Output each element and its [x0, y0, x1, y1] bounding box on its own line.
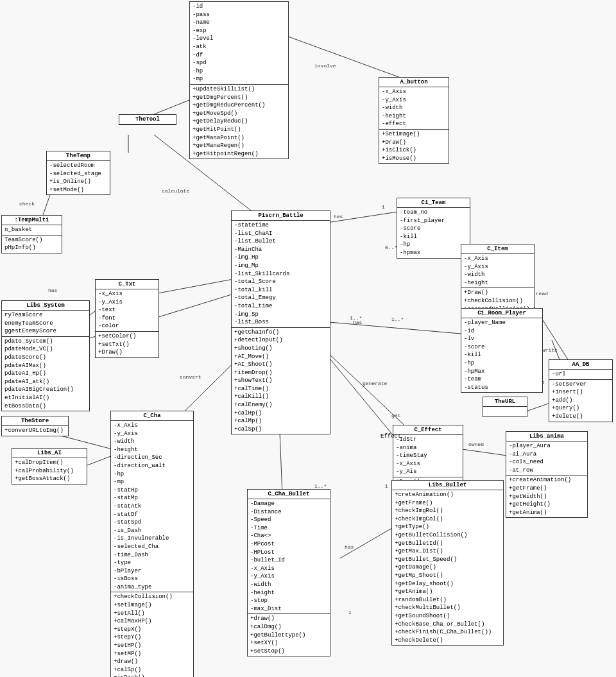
svg-text:has: has: [48, 287, 58, 293]
tempmulti-title: :TempMulti: [2, 216, 62, 225]
c-txt-attrs: -x_Axis-y_Axis -text-font-color: [96, 289, 158, 332]
c-cha-bullet-box: C_Cha_Bullet -Damage-Distance -Speed-Tim…: [247, 489, 330, 656]
aa-db-methods: -setServer +insert() +add() +query() +de…: [549, 380, 612, 422]
thestore-title: TheStore: [2, 416, 68, 426]
a-button-box: A_button -x_Axis-y_Axis-width -height-ef…: [379, 77, 449, 164]
c-item-attrs: -x_Axis-y_Axis -width-height: [461, 254, 534, 288]
svg-text:has: has: [334, 214, 343, 219]
libs-bullet-title: Libs_Bullet: [392, 481, 503, 490]
a-button-methods: +Setimage()+Draw() +isClick()+isMouse(): [379, 130, 449, 163]
a-button-title: A_button: [379, 78, 449, 87]
svg-text:has: has: [345, 544, 354, 550]
p1scrn-battle-attrs: -statetime -list_ChaAI -list_Bullet -Mai…: [232, 221, 330, 328]
thetool-title: TheTool: [119, 115, 176, 124]
c-txt-methods: +setColor() +setTxt() +Draw(): [96, 332, 158, 357]
c-effect-attrs: -IdStr-anima -timeStay -x_Axis-y_Ais: [393, 435, 463, 477]
svg-text:1: 1: [385, 483, 388, 489]
svg-text:get: get: [391, 413, 400, 418]
svg-text:1..*: 1..*: [391, 316, 404, 322]
svg-text:convert: convert: [180, 374, 201, 380]
c-effect-title: C_Effect: [393, 425, 463, 435]
thestore-methods: +converURLtoImg(): [2, 426, 68, 436]
thestore-box: TheStore +converURLtoImg(): [1, 416, 69, 436]
svg-line-32: [340, 526, 395, 558]
theurl-box: TheURL: [483, 397, 527, 417]
thetool-box: TheTool: [119, 114, 176, 125]
c-cha-methods: +checkCollision() +setImage() +setAll() …: [111, 592, 193, 677]
libs-system-title: Libs_System: [2, 301, 89, 311]
libs-system-box: Libs_System ryTeamScore enemyTeamScore g…: [1, 300, 90, 411]
svg-text:1: 1: [382, 204, 385, 210]
svg-text:check: check: [19, 201, 35, 207]
c1-team-title: C1_Team: [397, 198, 470, 208]
svg-text:involve: involve: [314, 63, 336, 69]
aa-db-box: AA_DB -url -setServer +insert() +add() +…: [549, 359, 613, 422]
c1-room-player-attrs: -player_Name -id-lv -score-kill -hp-hpMa…: [461, 318, 542, 392]
c-cha-bullet-attrs: -Damage-Distance -Speed-Time -Cha<>-MPco…: [248, 499, 330, 614]
c-cha-title: C_Cha: [111, 411, 193, 421]
svg-text:-read: -read: [533, 291, 548, 296]
thetemp-box: TheTemp -selectedRoom -selected_stage +i…: [46, 151, 110, 195]
svg-text:owned: owned: [468, 441, 484, 447]
libs-anima-attrs: -player_Aura -ai_Aura -cols_need -at_row: [506, 441, 587, 476]
libs-ai-box: Libs_AI +calDropItem() +calProbability()…: [12, 448, 87, 484]
p1scrn-battle-box: P1scrn_Battle -statetime -list_ChaAI -li…: [231, 210, 330, 434]
svg-line-10: [276, 32, 407, 80]
svg-text:0..*: 0..*: [385, 244, 397, 250]
tempmulti-attrs: n_basket: [2, 225, 62, 236]
libs-anima-methods: +createAnimation() +getFrame() +getWidth…: [506, 476, 587, 517]
c1-team-box: C1_Team -team_no -first_player -score -k…: [397, 198, 470, 259]
aa-db-title: AA_DB: [549, 360, 612, 370]
libs-system-methods: pdate_System() pdateMode_VC() pdateScore…: [2, 337, 89, 411]
svg-text:1..*: 1..*: [314, 483, 327, 489]
theurl-title: TheURL: [483, 397, 527, 407]
svg-line-30: [462, 449, 507, 456]
tempmulti-methods: TeamScore() pHpInfo(): [2, 236, 62, 253]
effect-label: Effect: [381, 433, 401, 440]
p1scrn-battle-title: P1scrn_Battle: [232, 211, 330, 221]
libs-ai-methods: +calDropItem() +calProbability() +getBos…: [12, 458, 87, 484]
svg-text:has: has: [353, 320, 363, 325]
libs-bullet-box: Libs_Bullet +creteAnimation() +getFrame(…: [391, 480, 504, 646]
c-cha-attrs: -x_Axis-y_Axis -width-height -direction_…: [111, 421, 193, 592]
char-base-attrs: -id-pass-name-exp -level-atk-df-spd -hp-…: [190, 2, 288, 85]
svg-text:1: 1: [348, 610, 352, 615]
diagram-container: calculate check has has involve has has …: [0, 0, 616, 677]
libs-ai-title: Libs_AI: [12, 449, 87, 458]
libs-system-attrs: ryTeamScore enemyTeamScore ggestEnemySco…: [2, 311, 89, 337]
c-txt-title: C_Txt: [96, 280, 158, 289]
c-cha-box: C_Cha -x_Axis-y_Axis -width-height -dire…: [110, 411, 194, 677]
p1scrn-battle-methods: +getChaInfo() +detectInput() +shooting()…: [232, 328, 330, 434]
libs-anima-title: Libs_anima: [506, 432, 587, 441]
svg-text:generate: generate: [363, 381, 388, 386]
c-cha-bullet-methods: +draw() +calDmg() +getBullettype() +setX…: [248, 614, 330, 656]
c-item-title: C_Item: [461, 244, 534, 254]
aa-db-attrs: -url: [549, 370, 612, 380]
libs-anima-box: Libs_anima -player_Aura -ai_Aura -cols_n…: [506, 431, 588, 518]
c1-room-player-box: C1_Room_Player -player_Name -id-lv -scor…: [461, 308, 543, 393]
c-item-box: C_Item -x_Axis-y_Axis -width-height +Dra…: [461, 244, 535, 314]
c-cha-bullet-title: C_Cha_Bullet: [248, 490, 330, 499]
svg-line-15: [314, 321, 461, 334]
svg-text:calculate: calculate: [162, 188, 189, 194]
svg-text:1..*: 1..*: [350, 315, 362, 321]
theurl-content: [483, 407, 527, 416]
tempmulti-box: :TempMulti n_basket TeamScore() pHpInfo(…: [1, 215, 62, 253]
libs-bullet-methods: +creteAnimation() +getFrame() +checkImgR…: [392, 490, 503, 645]
thetemp-attrs: -selectedRoom -selected_stage +is_Online…: [47, 161, 110, 194]
a-button-attrs: -x_Axis-y_Axis-width -height-effect: [379, 87, 449, 130]
thetemp-title: TheTemp: [47, 151, 110, 161]
character-base-box: -id-pass-name-exp -level-atk-df-spd -hp-…: [189, 1, 289, 159]
c-txt-box: C_Txt -x_Axis-y_Axis -text-font-color +s…: [95, 279, 159, 358]
c1-room-player-title: C1_Room_Player: [461, 309, 542, 318]
char-base-methods: +updateSkillList() +getDmgPercent() +get…: [190, 85, 288, 159]
c1-team-attrs: -team_no -first_player -score -kill -hp …: [397, 208, 470, 258]
